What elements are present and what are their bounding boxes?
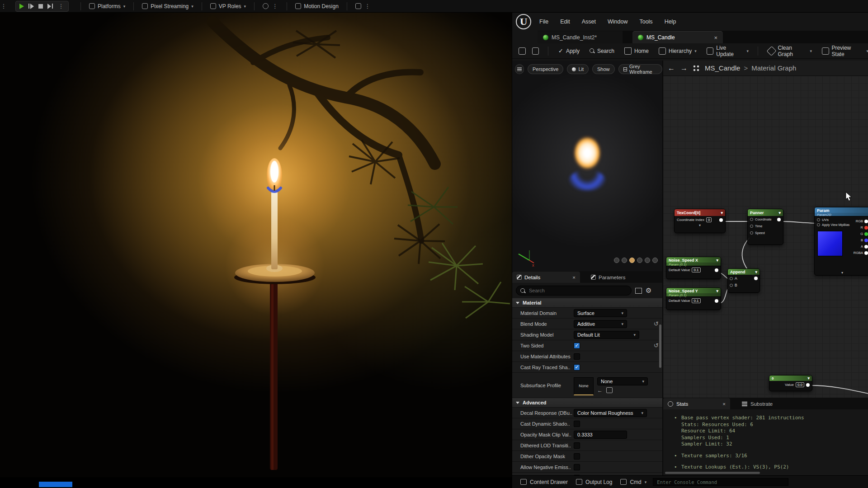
output-pin-r[interactable] [864, 226, 868, 230]
apply-button[interactable]: ✓Apply [558, 47, 580, 54]
user-panel-button[interactable]: ⋮ [353, 3, 374, 9]
shape-cube-button[interactable] [637, 258, 642, 263]
motion-design-button[interactable]: Motion Design [292, 3, 341, 9]
show-button[interactable]: Show [592, 64, 615, 74]
grey-wireframe-button[interactable]: Grey Wireframe [618, 64, 662, 74]
browse-to-asset-icon[interactable] [532, 47, 539, 55]
material-graph-panel[interactable]: ← → MS_Candle > Material Graph [663, 61, 868, 398]
allow-negative-emissive-checkbox[interactable] [574, 464, 580, 470]
menu-file[interactable]: File [539, 19, 548, 25]
node-texcoord[interactable]: TexCoord[0]▾ Coordinate Index0 ▾ [674, 209, 726, 233]
output-pin-b[interactable] [864, 239, 868, 242]
section-material[interactable]: Material [512, 298, 662, 308]
tab-parameters[interactable]: Parameters [586, 272, 630, 283]
node-scalar[interactable]: 0▾ Value0.0 [769, 375, 812, 391]
material-domain-dropdown[interactable]: Surface▾ [574, 309, 627, 317]
node-noise-speed-x[interactable]: Noise_Speed X▾ Param (0.1) Default Value… [666, 257, 721, 279]
menu-tools[interactable]: Tools [639, 19, 652, 25]
stop-button[interactable] [38, 4, 43, 9]
perspective-button[interactable]: Perspective [528, 64, 563, 74]
breadcrumb-asset[interactable]: MS_Candle [705, 64, 740, 72]
node-texture-param[interactable]: Param Param2D UVs Apply View MipBias RGB… [814, 207, 868, 276]
preview-state-button[interactable]: Preview State▾ [822, 45, 868, 57]
vp-roles-button[interactable]: VP Roles▾ [208, 3, 249, 9]
input-pin[interactable] [750, 218, 753, 221]
output-pin[interactable] [754, 277, 758, 280]
menu-asset[interactable]: Asset [582, 19, 596, 25]
tab-substrate[interactable]: Substrate [737, 398, 777, 409]
input-pin[interactable] [817, 218, 820, 221]
output-pin-a[interactable] [864, 245, 868, 249]
output-pin[interactable] [715, 268, 718, 272]
close-tab-icon[interactable]: × [714, 34, 717, 41]
cast-ray-traced-checkbox[interactable]: ✓ [574, 364, 580, 371]
stats-scrollbar[interactable] [665, 472, 760, 474]
browse-icon[interactable] [606, 387, 613, 393]
input-pin[interactable] [750, 231, 753, 235]
display-filter-icon[interactable] [635, 288, 642, 294]
input-pin-b[interactable] [730, 284, 733, 287]
close-details-icon[interactable]: × [572, 275, 576, 280]
details-scrollbar[interactable] [659, 324, 661, 368]
playback-options-icon[interactable]: ⋮ [57, 3, 65, 9]
home-button[interactable]: Home [624, 47, 649, 55]
output-pin-rgb[interactable] [864, 220, 868, 223]
use-material-attributes-checkbox[interactable] [574, 353, 580, 360]
output-pin[interactable] [715, 299, 718, 303]
shape-mesh-button[interactable] [645, 258, 650, 263]
output-pin[interactable] [777, 218, 781, 221]
forward-icon[interactable]: → [680, 64, 688, 72]
user-panel-options-icon[interactable]: ⋮ [364, 3, 371, 9]
play-button[interactable] [19, 4, 24, 9]
clean-graph-button[interactable]: Clean Graph▾ [768, 45, 812, 57]
input-pin[interactable] [817, 223, 820, 226]
console-field[interactable] [653, 478, 788, 486]
search-field[interactable] [516, 286, 632, 296]
settings-gear-icon[interactable]: ⚙ [646, 286, 651, 295]
dither-opacity-mask-checkbox[interactable] [574, 453, 580, 460]
node-noise-speed-y[interactable]: Noise_Speed Y▾ Param (0.1) Default Value… [666, 287, 721, 310]
decal-response-dropdown[interactable]: Color Normal Roughness▾ [574, 409, 647, 417]
menu-window[interactable]: Window [608, 19, 627, 25]
section-advanced[interactable]: Advanced [512, 398, 662, 408]
shape-sphere-button[interactable] [622, 258, 627, 263]
cast-dynamic-shadow-checkbox[interactable] [574, 421, 580, 427]
menu-help[interactable]: Help [665, 19, 676, 25]
input-pin[interactable] [750, 225, 753, 228]
subsurface-thumbnail[interactable]: None [574, 377, 594, 395]
shape-plane-button[interactable] [629, 258, 635, 263]
overflow-menu-icon[interactable]: ⋮ [0, 3, 7, 9]
shape-cylinder-button[interactable] [614, 258, 619, 263]
search-button[interactable]: Search [590, 48, 614, 54]
output-pin-g[interactable] [864, 232, 868, 236]
scene-viewport[interactable] [0, 13, 512, 488]
two-sided-checkbox[interactable]: ✓ [574, 343, 580, 349]
opacity-mask-clip-input[interactable]: 0.3333 [574, 431, 627, 439]
search-input[interactable] [528, 287, 618, 294]
output-log-button[interactable]: Output Log [576, 479, 612, 485]
shape-custom-button[interactable] [652, 258, 658, 263]
material-preview-viewport[interactable]: Perspective Lit Show Grey Wireframe x [512, 61, 663, 271]
cmd-selector[interactable]: Cmd▾ [620, 479, 646, 485]
reset-icon[interactable]: ↺ [654, 320, 659, 327]
output-pin-rgba[interactable] [864, 251, 868, 255]
tab-details[interactable]: Details × [512, 272, 580, 283]
lit-mode-button[interactable]: Lit [567, 64, 589, 74]
live-update-button[interactable]: Live Update▾ [707, 45, 749, 57]
node-append[interactable]: Append▾ A B [727, 268, 760, 293]
subsurface-dropdown[interactable]: None▾ [597, 377, 648, 385]
viewport-menu-icon[interactable] [515, 64, 524, 74]
tab-ms-candle-inst2[interactable]: MS_Candle_Inst2* [538, 31, 623, 43]
content-drawer-button[interactable]: Content Drawer [520, 479, 568, 485]
reset-icon[interactable]: ↺ [654, 342, 659, 349]
shading-model-dropdown[interactable]: Default Lit▾ [574, 331, 639, 339]
recenter-button[interactable]: ⋮ [260, 3, 281, 9]
use-selected-icon[interactable]: ← [597, 387, 603, 394]
output-pin[interactable] [806, 383, 810, 387]
menu-edit[interactable]: Edit [560, 19, 570, 25]
output-pin[interactable] [719, 218, 723, 222]
dithered-lod-checkbox[interactable] [574, 442, 580, 449]
tab-ms-candle[interactable]: MS_Candle × [632, 31, 723, 43]
close-stats-icon[interactable]: × [722, 401, 726, 407]
hierarchy-button[interactable]: Hierarchy▾ [659, 47, 697, 55]
